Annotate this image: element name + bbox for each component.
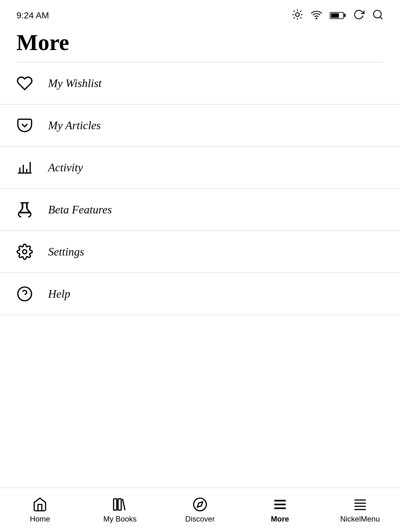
books-icon bbox=[112, 497, 128, 512]
status-time: 9:24 AM bbox=[16, 10, 49, 21]
home-nav-label: Home bbox=[30, 515, 50, 523]
svg-line-3 bbox=[294, 11, 294, 11]
pocket-icon bbox=[16, 117, 42, 134]
menu-list: My Wishlist My Articles Activity bbox=[0, 62, 400, 488]
search-icon[interactable] bbox=[372, 9, 384, 22]
svg-point-24 bbox=[194, 498, 206, 511]
nav-item-mybooks[interactable]: My Books bbox=[80, 488, 160, 532]
sync-icon bbox=[353, 9, 365, 22]
mybooks-nav-label: My Books bbox=[103, 515, 137, 523]
nav-item-home[interactable]: Home bbox=[0, 488, 80, 532]
help-label: Help bbox=[48, 287, 70, 301]
activity-label: Activity bbox=[48, 161, 83, 174]
articles-label: My Articles bbox=[48, 119, 101, 132]
page-title: More bbox=[0, 27, 400, 62]
nav-item-nickelmenu[interactable]: NickelMenu bbox=[320, 488, 400, 532]
svg-point-19 bbox=[23, 250, 27, 254]
svg-line-4 bbox=[301, 18, 301, 18]
battery-icon bbox=[330, 12, 346, 19]
menu-item-activity[interactable]: Activity bbox=[0, 147, 400, 189]
nav-item-more[interactable]: More bbox=[240, 488, 320, 532]
wifi-icon bbox=[311, 9, 322, 22]
discover-nav-label: Discover bbox=[185, 515, 215, 523]
heart-icon bbox=[16, 75, 42, 92]
menu-item-articles[interactable]: My Articles bbox=[0, 104, 400, 147]
status-bar: 9:24 AM bbox=[0, 0, 400, 27]
menu-icon bbox=[272, 497, 288, 512]
menu-item-wishlist[interactable]: My Wishlist bbox=[0, 62, 400, 104]
brightness-icon bbox=[292, 9, 303, 22]
home-icon bbox=[32, 497, 47, 512]
status-icons bbox=[292, 9, 384, 22]
more-nav-label: More bbox=[271, 515, 289, 523]
svg-point-9 bbox=[316, 18, 317, 19]
svg-line-7 bbox=[294, 18, 294, 18]
nickelmenu-nav-label: NickelMenu bbox=[340, 515, 380, 523]
menu-item-help[interactable]: Help bbox=[0, 273, 400, 315]
svg-marker-25 bbox=[197, 502, 203, 507]
nav-item-discover[interactable]: Discover bbox=[160, 488, 240, 532]
wishlist-label: My Wishlist bbox=[48, 77, 102, 90]
menu-item-beta[interactable]: Beta Features bbox=[0, 189, 400, 231]
bottom-nav: Home My Books Discover bbox=[0, 488, 400, 532]
svg-rect-22 bbox=[114, 499, 117, 510]
flask-icon bbox=[16, 201, 42, 218]
svg-point-0 bbox=[296, 13, 299, 16]
svg-rect-23 bbox=[118, 499, 121, 510]
svg-line-8 bbox=[301, 11, 301, 11]
svg-point-20 bbox=[18, 287, 31, 301]
bar-chart-icon bbox=[16, 159, 42, 176]
compass-icon bbox=[192, 497, 208, 512]
beta-label: Beta Features bbox=[48, 203, 112, 216]
svg-line-11 bbox=[380, 17, 382, 19]
settings-label: Settings bbox=[48, 245, 84, 258]
menu-item-settings[interactable]: Settings bbox=[0, 231, 400, 273]
gear-icon bbox=[16, 244, 42, 260]
menu-alt-icon bbox=[353, 497, 368, 512]
help-circle-icon bbox=[16, 286, 42, 302]
